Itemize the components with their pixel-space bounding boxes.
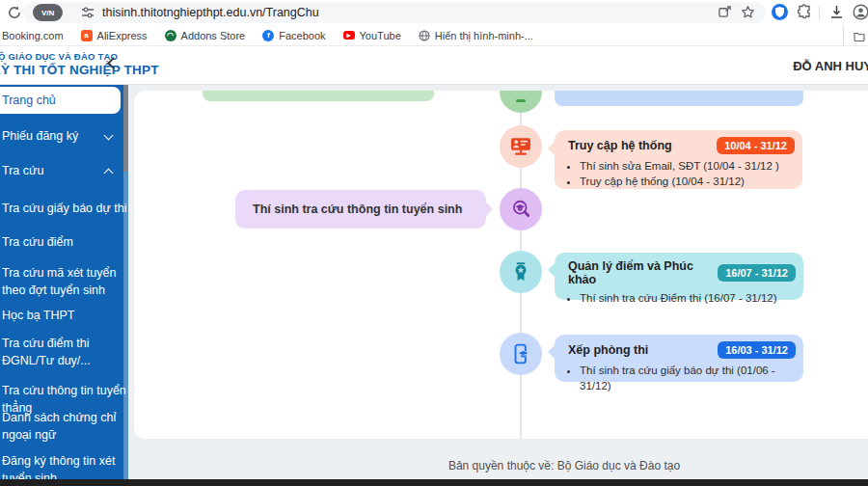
sidebar-item-chung-chi-ngoai-ngu[interactable]: Danh sách chứng chỉ ngoại ngữ (0, 409, 128, 444)
sidebar-item-label: Học bạ THPT (2, 309, 75, 322)
search-graduation-icon (510, 199, 531, 220)
sidebar-item-label: Đăng ký thông tin xét tuyển sinh (2, 454, 115, 480)
org-name: BỘ GIÁO DỤC VÀ ĐÀO TẠO (0, 51, 159, 63)
card-title: Quản lý điểm và Phúc khảo (568, 259, 718, 286)
chevron-down-icon (104, 131, 114, 141)
sidebar-item-dang-ky-xet-tuyen[interactable]: Đăng ký thông tin xét tuyển sinh (0, 452, 128, 480)
timeline-card-access: Truy cập hệ thống 10/04 - 31/12 Thí sinh… (555, 130, 802, 189)
site-settings-icon[interactable] (81, 6, 95, 19)
date-badge: 16/07 - 31/12 (718, 264, 796, 282)
phone-graduation-icon (510, 343, 531, 364)
copyright-text: Bản quyền thuộc về: Bộ Giáo dục và Đào t… (448, 459, 680, 472)
sidebar-item-label: Danh sách chứng chỉ ngoại ngữ (2, 411, 116, 442)
card-title: Truy cập hệ thống (568, 139, 672, 152)
card-bullet: Thí sinh tra cứu Điểm thi (16/07 - 31/12… (580, 290, 796, 306)
bookmark-label: Facebook (279, 30, 325, 41)
sidebar-item-phieu-dang-ky[interactable]: Phiếu đăng ký (0, 127, 128, 145)
aliexpress-icon: a (81, 30, 93, 41)
sidebar-item-label: Tra cứu (2, 164, 43, 177)
folder-icon (854, 31, 865, 41)
bookmark-label: AliExpress (97, 30, 148, 41)
bookmark-item[interactable]: Hiển thị hình-minh-... (419, 30, 533, 41)
sidebar-item-label: Tra cứu mã xét tuyển theo đợt tuyển sinh (2, 266, 116, 297)
sidebar-item-tra-cuu-diem[interactable]: Tra cứu điểm (0, 233, 128, 251)
timeline-node-rooms (500, 333, 542, 375)
sidebar-item-tra-cuu-giay-bao[interactable]: Tra cứu giấy báo dự thi (0, 200, 128, 217)
card-bullet: Thí sinh tra cứu giấy báo dự thi (01/06 … (580, 363, 796, 393)
bookmark-star-icon[interactable] (741, 5, 755, 19)
chevron-up-icon (104, 169, 114, 178)
timeline-card-clipped-blue (555, 91, 803, 106)
bookmark-item[interactable]: ▸ YouTube (343, 30, 401, 41)
bookmark-label: Booking.com (2, 30, 64, 41)
sidebar-item-hoc-ba[interactable]: Học bạ THPT (0, 307, 128, 324)
bookmark-item[interactable]: ◠ Addons Store (165, 30, 246, 41)
timeline-card-lookup-note: Thí sinh tra cứu thông tin tuyển sinh (235, 190, 486, 229)
timeline-node-access (500, 125, 542, 168)
timeline-node-scores (500, 251, 542, 293)
timeline-node-lookup (500, 188, 542, 230)
card-bullet: Thí sinh sửa Email, SĐT (10/04 - 31/12 ) (580, 158, 795, 174)
bookmark-label: Addons Store (181, 30, 246, 41)
timeline-card-rooms: Xếp phòng thi 16/03 - 31/12 Thí sinh tra… (555, 335, 803, 382)
bookmark-label: YouTube (360, 30, 401, 41)
download-icon[interactable] (829, 5, 844, 19)
toolbar-divider (819, 6, 820, 19)
timeline-panel: Truy cập hệ thống 10/04 - 31/12 Thí sinh… (134, 91, 868, 439)
reload-icon[interactable] (7, 5, 22, 20)
main-content: Truy cập hệ thống 10/04 - 31/12 Thí sinh… (128, 85, 868, 480)
card-pointer (548, 141, 556, 156)
training-screen-icon (510, 136, 531, 157)
sidebar-item-label: Tra cứu giấy báo dự thi (2, 202, 127, 215)
addons-store-icon: ◠ (165, 30, 176, 41)
bookmarks-all-folder[interactable]: All (843, 25, 868, 46)
browser-address-bar: V/N thisinh.thitotnghiepthpt.edu.vn/Tran… (0, 0, 868, 25)
timeline-node-green (500, 91, 542, 113)
card-pointer (548, 262, 556, 278)
globe-icon (419, 30, 430, 41)
profile-icon[interactable] (853, 4, 868, 20)
user-name[interactable]: ĐỖ ANH HUY (793, 59, 868, 73)
medal-star-icon (510, 261, 531, 283)
sidebar-item-label: Tra cứu điểm (2, 235, 73, 249)
sidebar-item-trang-chu[interactable]: Trang chủ (0, 87, 121, 114)
timeline-card-clipped-green (203, 91, 434, 101)
facebook-icon: f (262, 30, 274, 41)
bookmark-label: Hiển thị hình-minh-... (435, 30, 533, 41)
note-label: Thí sinh tra cứu thông tin tuyển sinh (253, 202, 462, 216)
app-title: KỲ THI TỐT NGHIỆP THPT (0, 63, 159, 79)
app-header: BỘ GIÁO DỤC VÀ ĐÀO TẠO KỲ THI TỐT NGHIỆP… (0, 46, 868, 85)
timeline-card-scores: Quản lý điểm và Phúc khảo 16/07 - 31/12 … (555, 253, 803, 300)
card-bullet: Truy cập hệ thống (10/04 - 31/12) (580, 174, 795, 189)
site-badge[interactable]: V/N (33, 4, 63, 21)
date-badge: 16/03 - 31/12 (718, 341, 796, 359)
sidebar-item-diem-thi-dgnl[interactable]: Tra cứu điểm thi ĐGNL/Tư duy/... (0, 335, 128, 369)
sidebar-item-label: Phiếu đăng ký (2, 129, 78, 143)
url-text[interactable]: thisinh.thitotnghiepthpt.edu.vn/TrangChu (102, 6, 319, 19)
extensions-icon[interactable] (797, 4, 812, 19)
share-icon[interactable] (718, 5, 732, 19)
card-pointer (485, 202, 493, 217)
sidebar: Trang chủ Phiếu đăng ký Tra cứu Tra cứu … (0, 85, 128, 480)
sidebar-item-label: Trang chủ (2, 92, 56, 109)
bookmark-item[interactable]: a AliExpress (81, 30, 148, 41)
bookmark-item[interactable]: Booking.com (2, 30, 64, 41)
shield-extension-icon[interactable] (772, 4, 788, 20)
window-bottom-edge (0, 479, 868, 486)
sidebar-item-ma-xet-tuyen[interactable]: Tra cứu mã xét tuyển theo đợt tuyển sinh (0, 264, 128, 299)
date-badge: 10/04 - 31/12 (717, 137, 795, 154)
sidebar-item-tra-cuu[interactable]: Tra cứu (0, 162, 128, 179)
browser-window: V/N thisinh.thitotnghiepthpt.edu.vn/Tran… (0, 0, 868, 486)
bookmarks-bar: Booking.com a AliExpress ◠ Addons Store … (0, 25, 868, 46)
youtube-icon: ▸ (343, 31, 355, 40)
app-logo: BỘ GIÁO DỤC VÀ ĐÀO TẠO KỲ THI TỐT NGHIỆP… (0, 51, 159, 79)
card-pointer (548, 344, 556, 360)
card-title: Xếp phòng thi (568, 343, 648, 357)
sidebar-item-label: Tra cứu điểm thi ĐGNL/Tư duy/... (2, 337, 91, 367)
bookmark-item[interactable]: f Facebook (262, 30, 325, 41)
